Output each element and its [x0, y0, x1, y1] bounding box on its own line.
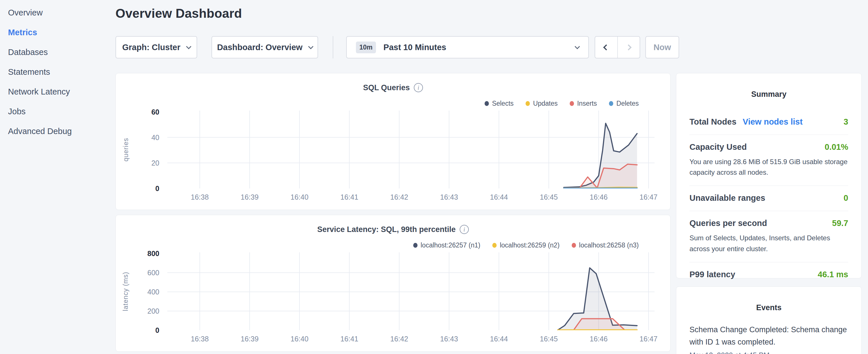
- x-tick-label: 16:47: [640, 335, 658, 343]
- y-tick-label: 400: [133, 288, 159, 296]
- overview-dashboard-page: { "sidebar": { "items": [ { "label": "Ov…: [0, 0, 868, 354]
- summary-row-capacity-used: Capacity Used 0.01% You are using 28.6 M…: [689, 135, 848, 186]
- legend-item[interactable]: localhost:26258 (n3): [572, 242, 639, 249]
- legend-label: localhost:26259 (n2): [500, 242, 559, 249]
- x-tick-label: 16:40: [290, 335, 309, 343]
- x-tick-label: 16:45: [540, 335, 558, 343]
- y-tick-label: 0: [133, 326, 159, 334]
- info-icon[interactable]: i: [414, 83, 423, 92]
- x-tick-label: 16:43: [440, 335, 458, 343]
- x-tick-label: 16:39: [241, 335, 259, 343]
- events-panel: Events Schema Change Completed: Schema c…: [676, 286, 862, 354]
- sql-queries-chart-card: SQL Queriesi SelectsUpdatesInsertsDelete…: [116, 73, 671, 210]
- summary-row-value: 0: [844, 193, 848, 203]
- service-latency-chart-card: Service Latency: SQL, 99th percentilei l…: [116, 215, 671, 352]
- time-step-buttons: [595, 36, 640, 58]
- service-latency-plot[interactable]: [167, 252, 654, 330]
- chart-svg: [167, 252, 654, 330]
- chart-legend: localhost:26257 (n1)localhost:26259 (n2)…: [413, 242, 639, 249]
- legend-dot-icon: [413, 243, 417, 248]
- summary-row-label: P99 latency: [689, 270, 735, 279]
- info-icon[interactable]: i: [460, 225, 469, 234]
- sidebar-item-advanced-debug[interactable]: Advanced Debug: [8, 122, 116, 141]
- legend-label: Updates: [533, 100, 558, 107]
- legend-dot-icon: [572, 243, 576, 248]
- summary-row-label: Unavailable ranges: [689, 193, 765, 203]
- time-range-badge: 10m: [356, 41, 376, 53]
- y-tick-label: 60: [133, 108, 159, 116]
- summary-row-queries-per-second: Queries per second 59.7 Sum of Selects, …: [689, 211, 848, 262]
- sidebar-nav: Overview Metrics Databases Statements Ne…: [0, 0, 116, 141]
- sidebar-item-network-latency[interactable]: Network Latency: [8, 82, 116, 102]
- x-tick-label: 16:38: [191, 335, 209, 343]
- sidebar-item-statements[interactable]: Statements: [8, 62, 116, 82]
- legend-label: Inserts: [577, 100, 597, 107]
- events-title: Events: [689, 287, 848, 312]
- legend-dot-icon: [492, 243, 497, 248]
- legend-item[interactable]: Inserts: [570, 100, 597, 107]
- y-axis-label: latency (ms): [122, 271, 130, 311]
- x-tick-label: 16:40: [290, 193, 309, 201]
- chevron-right-icon: [626, 44, 631, 50]
- x-tick-label: 16:46: [590, 193, 608, 201]
- sidebar-item-databases[interactable]: Databases: [8, 42, 116, 62]
- x-tick-label: 16:45: [540, 193, 558, 201]
- y-axis-label: queries: [122, 138, 130, 161]
- sidebar-item-jobs[interactable]: Jobs: [8, 102, 116, 122]
- x-tick-label: 16:41: [340, 193, 359, 201]
- x-tick-label: 16:41: [340, 335, 359, 343]
- x-axis-ticks: 16:3816:3916:4016:4116:4216:4316:4416:45…: [167, 335, 654, 345]
- chevron-down-icon: [308, 44, 313, 49]
- summary-row-total-nodes: Total Nodes View nodes list 3: [689, 110, 848, 135]
- chevron-down-icon: [575, 44, 580, 49]
- summary-row-p99-latency: P99 latency 46.1 ms: [689, 262, 848, 287]
- page-title: Overview Dashboard: [116, 6, 242, 21]
- sidebar-item-overview[interactable]: Overview: [8, 3, 116, 23]
- time-step-back-button[interactable]: [595, 37, 617, 58]
- summary-row-label: Capacity Used: [689, 142, 747, 152]
- dashboard-dropdown[interactable]: Dashboard: Overview: [212, 36, 318, 58]
- y-tick-label: 200: [133, 307, 159, 315]
- chart-title: Service Latency: SQL, 99th percentile: [317, 225, 456, 234]
- x-tick-label: 16:38: [191, 193, 209, 201]
- y-tick-label: 0: [133, 185, 159, 193]
- y-tick-label: 600: [133, 269, 159, 277]
- legend-item[interactable]: Updates: [526, 100, 558, 107]
- x-tick-label: 16:42: [390, 193, 408, 201]
- summary-row-label: Queries per second: [689, 219, 767, 228]
- x-tick-label: 16:43: [440, 193, 458, 201]
- sidebar-item-metrics[interactable]: Metrics: [8, 23, 116, 42]
- x-tick-label: 16:42: [390, 335, 408, 343]
- time-range-label: Past 10 Minutes: [383, 43, 446, 52]
- time-step-forward-button[interactable]: [617, 37, 640, 58]
- legend-item[interactable]: Selects: [485, 100, 514, 107]
- sql-queries-plot[interactable]: [167, 110, 654, 189]
- legend-label: localhost:26257 (n1): [421, 242, 480, 249]
- event-list-item[interactable]: Schema Change Completed: Schema change w…: [689, 324, 848, 348]
- now-button[interactable]: Now: [645, 36, 679, 58]
- chevron-left-icon: [603, 44, 609, 50]
- view-nodes-list-link[interactable]: View nodes list: [743, 117, 803, 127]
- y-tick-label: 800: [133, 250, 159, 258]
- legend-dot-icon: [526, 101, 530, 106]
- graph-dropdown[interactable]: Graph: Cluster: [116, 36, 197, 58]
- summary-row-value: 59.7: [832, 219, 848, 228]
- legend-item[interactable]: localhost:26257 (n1): [413, 242, 480, 249]
- legend-item[interactable]: Deletes: [609, 100, 639, 107]
- time-range-dropdown[interactable]: 10m Past 10 Minutes: [346, 36, 589, 58]
- x-tick-label: 16:44: [490, 335, 508, 343]
- chevron-down-icon: [186, 44, 191, 49]
- summary-row-value: 0.01%: [825, 142, 848, 152]
- dashboard-dropdown-label: Dashboard: Overview: [217, 43, 302, 52]
- legend-item[interactable]: localhost:26259 (n2): [492, 242, 559, 249]
- summary-row-unavailable-ranges: Unavailable ranges 0: [689, 186, 848, 211]
- x-tick-label: 16:46: [590, 335, 608, 343]
- x-tick-label: 16:39: [241, 193, 259, 201]
- summary-row-description: You are using 28.6 MiB of 515.9 GiB usab…: [689, 156, 848, 178]
- summary-panel: Summary Total Nodes View nodes list 3 Ca…: [676, 73, 862, 279]
- x-tick-label: 16:47: [640, 193, 658, 201]
- legend-label: localhost:26258 (n3): [579, 242, 639, 249]
- legend-dot-icon: [485, 101, 489, 106]
- summary-row-value: 46.1 ms: [818, 270, 848, 279]
- chart-svg: [167, 110, 654, 189]
